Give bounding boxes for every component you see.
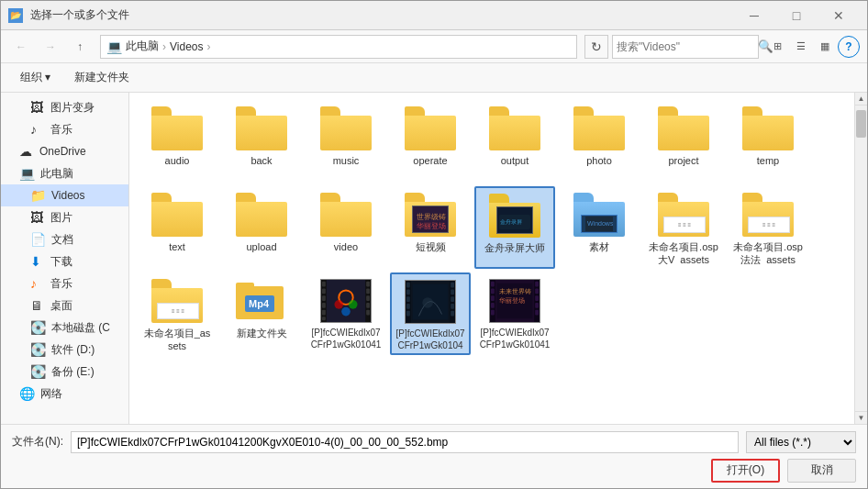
sidebar-item-pictures-transform[interactable]: 🖼 图片变身 <box>1 96 128 118</box>
sidebar-item-software-d[interactable]: 💽 软件 (D:) <box>1 339 128 361</box>
svg-rect-33 <box>406 283 410 288</box>
title-bar-buttons: ─ □ ✕ <box>733 1 860 30</box>
file-item-video-dark-selected[interactable]: [P]fcCWIEkdlx07CFrP1wGk01041200KgvX0E010… <box>390 272 471 355</box>
vertical-scrollbar[interactable]: ▲ ▼ <box>854 93 867 424</box>
sidebar-item-label: 下载 <box>50 254 72 270</box>
bottom-bar: 文件名(N): All files (*.*) 打开(O) 取消 <box>1 424 867 488</box>
back-icon: ← <box>16 40 27 53</box>
sidebar-item-onedrive[interactable]: ☁ OneDrive <box>1 140 128 162</box>
scroll-down-button[interactable]: ▼ <box>855 411 867 424</box>
cancel-button[interactable]: 取消 <box>787 459 856 483</box>
svg-text:未来世界铸: 未来世界铸 <box>499 288 531 295</box>
scroll-up-button[interactable]: ▲ <box>855 93 867 106</box>
scroll-thumb[interactable] <box>856 110 866 138</box>
breadcrumb-part2: Videos <box>170 40 203 53</box>
svg-rect-54 <box>535 289 539 295</box>
refresh-button[interactable]: ↻ <box>584 35 608 59</box>
mp4-svg: Mp4 <box>236 279 287 323</box>
file-item-temp[interactable]: temp <box>728 100 808 183</box>
file-item-short-video[interactable]: 世界级铸 华丽登场 短视频 <box>390 186 471 269</box>
file-item-music[interactable]: music <box>306 100 386 183</box>
svg-rect-16 <box>322 289 326 295</box>
sidebar-item-label: 图片 <box>50 210 72 226</box>
music2-icon: ♪ <box>30 276 45 291</box>
back-button[interactable]: ← <box>8 34 34 60</box>
sidebar-item-music2[interactable]: ♪ 音乐 <box>1 272 128 295</box>
help-button[interactable]: ? <box>838 36 860 58</box>
new-folder-button[interactable]: 新建文件夹 <box>66 68 138 88</box>
sidebar-item-pictures[interactable]: 🖼 图片 <box>1 206 128 228</box>
close-button[interactable]: ✕ <box>818 1 860 30</box>
file-item-new-folder[interactable]: Mp4 新建文件夹 <box>221 272 302 355</box>
sidebar-item-label: 此电脑 <box>40 166 73 182</box>
svg-rect-53 <box>535 282 539 287</box>
svg-rect-35 <box>406 296 410 302</box>
sidebar-item-documents[interactable]: 📄 文档 <box>1 228 128 250</box>
folder-icon <box>320 106 372 150</box>
svg-point-28 <box>349 300 358 309</box>
file-item-video-purple[interactable]: 未来世界铸 华丽登场 [P]fcCWIEkdlx07CFrP1wGk010412… <box>474 272 555 355</box>
folder-icon <box>489 106 540 150</box>
svg-rect-24 <box>366 303 370 308</box>
folder-preview: 世界级铸 华丽登场 <box>412 206 449 233</box>
file-item-output[interactable]: output <box>474 100 555 183</box>
filename-input[interactable] <box>71 431 739 453</box>
svg-rect-18 <box>322 303 326 308</box>
sidebar-item-music1[interactable]: ♪ 音乐 <box>1 118 128 140</box>
sidebar-item-desktop[interactable]: 🖥 桌面 <box>1 295 128 317</box>
downloads-icon: ⬇ <box>30 254 45 269</box>
file-item-upload[interactable]: upload <box>221 186 302 269</box>
svg-rect-49 <box>491 289 495 295</box>
file-item-jinzhou[interactable]: 金舟录屏 金舟录屏大师 <box>474 186 555 269</box>
svg-text:华丽登场: 华丽登场 <box>499 297 525 304</box>
svg-rect-42 <box>451 311 454 317</box>
file-item-project[interactable]: project <box>643 100 724 183</box>
breadcrumb-part1: 此电脑 <box>126 39 159 54</box>
file-name: video <box>310 240 382 253</box>
svg-rect-56 <box>535 303 539 308</box>
folder-preview: Windows <box>581 215 618 233</box>
up-button[interactable]: ↑ <box>67 34 93 60</box>
svg-point-44 <box>422 297 433 308</box>
folder-icon <box>236 193 287 237</box>
folder-icon <box>573 106 625 150</box>
sidebar-item-this-pc[interactable]: 💻 此电脑 <box>1 162 128 184</box>
preview-view-button[interactable]: ▦ <box>814 36 836 58</box>
address-bar[interactable]: 💻 此电脑 › Videos › <box>100 35 577 59</box>
file-item-operate[interactable]: operate <box>390 100 471 183</box>
sidebar-item-videos[interactable]: 📁 Videos <box>1 184 128 206</box>
maximize-button[interactable]: □ <box>775 1 818 30</box>
video-thumb-svg <box>321 279 371 323</box>
svg-rect-40 <box>451 296 454 302</box>
filetype-select[interactable]: All files (*.*) <box>746 431 856 453</box>
minimize-button[interactable]: ─ <box>733 1 775 30</box>
sidebar-item-backup-e[interactable]: 💽 备份 (E:) <box>1 361 128 383</box>
file-item-video[interactable]: video <box>306 186 386 269</box>
file-item-assets2[interactable]: ≡ ≡ ≡ 未命名项目.osp法法_assets <box>728 186 808 269</box>
organize-button[interactable]: 组织 ▾ <box>12 68 59 88</box>
svg-rect-36 <box>406 304 410 309</box>
open-button[interactable]: 打开(O) <box>711 459 780 483</box>
file-item-photo[interactable]: photo <box>559 100 640 183</box>
title-bar: 📂 选择一个或多个文件 ─ □ ✕ <box>1 1 867 30</box>
file-item-audio[interactable]: audio <box>137 100 217 183</box>
file-item-assets3[interactable]: ≡ ≡ ≡ 未命名项目_assets <box>137 272 217 355</box>
sidebar-item-local-disk-c[interactable]: 💽 本地磁盘 (C <box>1 317 128 339</box>
file-item-text[interactable]: text <box>137 186 217 269</box>
sidebar-item-label: Videos <box>51 189 84 202</box>
breadcrumb: 💻 此电脑 › Videos › <box>106 39 210 54</box>
folder-icon <box>742 106 794 150</box>
file-item-video-mp4[interactable]: [P]fcCWIEkdlx07CFrP1wGk01041200KgvX0E010… <box>306 272 386 355</box>
folder-icon <box>151 106 203 150</box>
grid-view-button[interactable]: ⊞ <box>766 36 788 58</box>
search-input[interactable] <box>613 40 758 53</box>
file-item-sucai[interactable]: Windows 素材 <box>559 186 640 269</box>
sidebar-item-downloads[interactable]: ⬇ 下载 <box>1 250 128 272</box>
svg-point-29 <box>341 307 351 317</box>
list-view-button[interactable]: ☰ <box>790 36 812 58</box>
file-name: [P]fcCWIEkdlx07CFrP1wGk01041200KgvX0E010… <box>395 328 465 350</box>
forward-button[interactable]: → <box>38 34 63 60</box>
file-item-assets1[interactable]: ≡ ≡ ≡ 未命名项目.osp大V_assets <box>643 186 724 269</box>
sidebar-item-network[interactable]: 🌐 网络 <box>1 383 128 405</box>
file-item-back[interactable]: back <box>221 100 302 183</box>
